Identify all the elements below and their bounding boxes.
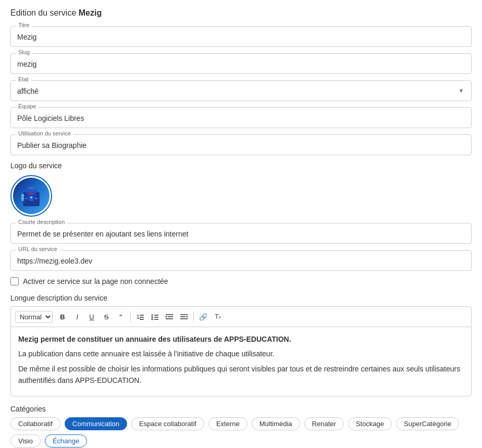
svg-point-18 bbox=[152, 319, 153, 320]
editor-toolbar: Normal Titre 1 Titre 2 Titre 3 B I U S "… bbox=[11, 307, 471, 327]
slug-label: Slug bbox=[16, 49, 32, 55]
etat-label: État bbox=[16, 76, 31, 82]
courte-description-label: Courte description bbox=[16, 219, 67, 225]
tag-visio[interactable]: Visio bbox=[10, 434, 41, 447]
svg-point-14 bbox=[152, 315, 153, 316]
editor-content[interactable]: Mezig permet de constituer un annuaire d… bbox=[11, 327, 471, 396]
checkbox-row: Activer ce service sur la page non conne… bbox=[10, 277, 472, 285]
tags-row: CollaboratifCommunicationEspace collabor… bbox=[10, 417, 472, 447]
logo-title: Logo du service bbox=[10, 161, 472, 170]
tag-renater[interactable]: Renater bbox=[304, 417, 344, 430]
editor-line1: La publication dans cette annuaire est l… bbox=[18, 348, 464, 359]
strikethrough-button[interactable]: S bbox=[100, 310, 113, 323]
editor-container: Normal Titre 1 Titre 2 Titre 3 B I U S "… bbox=[10, 306, 472, 396]
tag-échange[interactable]: Échange bbox=[45, 434, 87, 447]
utilisation-input[interactable] bbox=[17, 139, 465, 151]
svg-rect-9 bbox=[30, 193, 32, 195]
url-service-field: URL du service bbox=[10, 250, 472, 271]
categories-title: Catégories bbox=[10, 405, 472, 413]
utilisation-label: Utilisation du service bbox=[16, 130, 73, 136]
indent-right-button[interactable] bbox=[177, 310, 191, 323]
titre-input[interactable] bbox=[17, 31, 465, 42]
unordered-list-button[interactable] bbox=[148, 310, 162, 323]
tag-collaboratif[interactable]: Collaboratif bbox=[10, 417, 60, 430]
titre-field: Titre bbox=[10, 26, 472, 47]
tag-communication[interactable]: Communication bbox=[65, 417, 127, 430]
logo-upload[interactable] bbox=[10, 175, 52, 217]
editor-bold-line: Mezig permet de constituer un annuaire d… bbox=[18, 333, 464, 345]
tag-stockage[interactable]: Stockage bbox=[348, 417, 392, 430]
slug-field: Slug bbox=[10, 53, 472, 74]
ordered-list-icon: 1. bbox=[137, 313, 144, 320]
svg-point-8 bbox=[30, 196, 32, 198]
editor-line2: De même il est possible de choisir les i… bbox=[18, 363, 464, 387]
svg-point-16 bbox=[152, 317, 153, 318]
ordered-list-button[interactable]: 1. bbox=[133, 310, 147, 323]
page-title: Edition du service Mezig bbox=[10, 8, 472, 18]
tag-supercatégorie[interactable]: SuperCatégorie bbox=[396, 417, 459, 430]
url-service-label: URL du service bbox=[16, 246, 59, 252]
svg-rect-6 bbox=[33, 192, 35, 200]
indent-right-icon bbox=[180, 313, 188, 320]
indent-left-icon bbox=[166, 313, 173, 320]
bold-button[interactable]: B bbox=[56, 310, 69, 323]
etat-select-wrapper: affiché masqué désactivé bbox=[17, 85, 465, 96]
etat-select[interactable]: affiché masqué désactivé bbox=[17, 85, 465, 96]
checkbox-label[interactable]: Activer ce service sur la page non conne… bbox=[23, 277, 168, 285]
svg-marker-23 bbox=[166, 316, 167, 318]
style-select[interactable]: Normal Titre 1 Titre 2 Titre 3 bbox=[15, 311, 53, 323]
url-service-input[interactable] bbox=[17, 255, 465, 266]
logo-section: Logo du service bbox=[10, 161, 472, 217]
categories-section: Catégories CollaboratifCommunicationEspa… bbox=[10, 405, 472, 447]
slug-input[interactable] bbox=[17, 58, 465, 69]
unordered-list-icon bbox=[151, 313, 158, 320]
equipe-input[interactable] bbox=[17, 112, 465, 123]
toolbar-sep-1 bbox=[130, 312, 131, 322]
tag-externe[interactable]: Externe bbox=[208, 417, 248, 430]
equipe-label: Équipe bbox=[16, 103, 38, 109]
svg-rect-2 bbox=[28, 186, 34, 190]
titre-label: Titre bbox=[16, 22, 32, 28]
clear-format-button[interactable]: Tx bbox=[211, 310, 225, 323]
link-button[interactable]: 🔗 bbox=[196, 310, 210, 323]
backpack-icon bbox=[18, 182, 45, 209]
etat-field: État affiché masqué désactivé bbox=[10, 80, 472, 101]
tag-espace-collaboratif[interactable]: Espace collaboratif bbox=[131, 417, 204, 430]
courte-description-field: Courte description bbox=[10, 223, 472, 244]
utilisation-field: Utilisation du service bbox=[10, 134, 472, 155]
underline-button[interactable]: U bbox=[85, 310, 98, 323]
toolbar-sep-2 bbox=[193, 312, 194, 322]
italic-button[interactable]: I bbox=[70, 310, 84, 323]
logo-preview bbox=[13, 178, 50, 214]
checkbox-non-connectee[interactable] bbox=[10, 277, 19, 285]
svg-rect-5 bbox=[27, 192, 29, 200]
svg-marker-27 bbox=[186, 316, 188, 318]
equipe-field: Équipe bbox=[10, 107, 472, 128]
courte-description-input[interactable] bbox=[17, 228, 465, 239]
blockquote-button[interactable]: " bbox=[114, 310, 128, 323]
tag-multimédia[interactable]: Multimédia bbox=[252, 417, 300, 430]
svg-rect-7 bbox=[21, 194, 24, 201]
editor-section-title: Longue description du service bbox=[10, 294, 472, 302]
indent-left-button[interactable] bbox=[163, 310, 176, 323]
